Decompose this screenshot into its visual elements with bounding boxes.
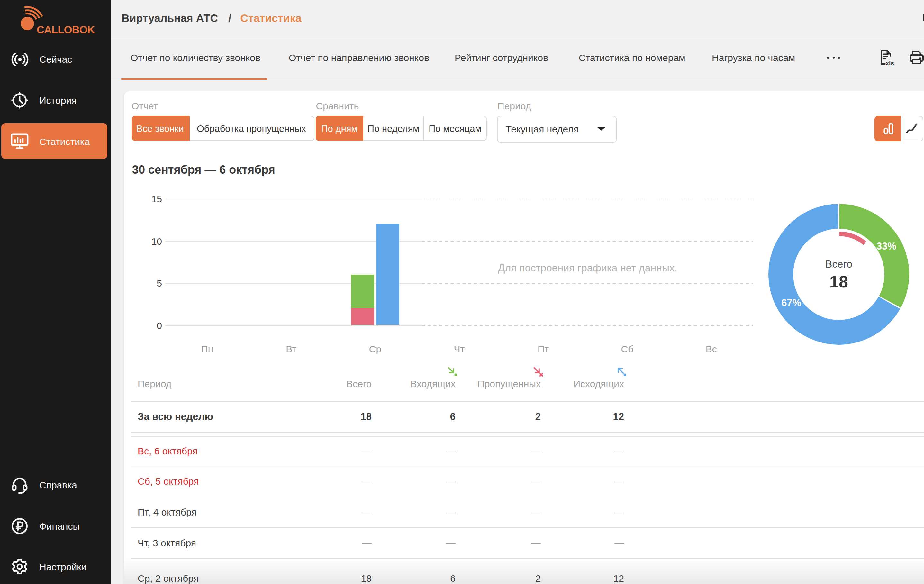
x-axis-label: Пн: [182, 343, 233, 354]
row-label: Чт, 3 октября: [138, 537, 196, 548]
gridline: [165, 283, 753, 284]
row-label: Сб, 5 октября: [138, 475, 199, 486]
cell-total: —: [307, 506, 372, 517]
breadcrumb-separator: /: [228, 12, 231, 25]
cell-outgoing: —: [560, 475, 624, 486]
bar-Пропущенных: [351, 308, 374, 325]
gear-icon: [10, 557, 30, 577]
tabs-bar: Отчет по количеству звонков Отчет по нап…: [111, 37, 924, 78]
tab-employees-rating[interactable]: Рейтинг сотрудников: [455, 37, 548, 78]
sidebar-item-help[interactable]: Справка: [1, 467, 107, 503]
donut-slice-percent: 67%: [781, 297, 801, 308]
table-row[interactable]: Вс, 6 октября — — — —: [124, 436, 924, 465]
cell-total: —: [307, 537, 372, 548]
cell-incoming: —: [391, 506, 455, 517]
gridline: [165, 199, 753, 200]
donut-slice-percent: 33%: [876, 240, 896, 251]
sidebar: CALLOBOK Сейчас: [0, 0, 111, 584]
clock-icon: [10, 91, 30, 110]
cell-total: —: [307, 445, 372, 456]
report-card: Отчет Сравнить Период Все звонки Обработ…: [124, 91, 924, 584]
cell-incoming: 6: [391, 573, 455, 584]
cell-outgoing: —: [560, 506, 624, 517]
row-label: За всю неделю: [138, 411, 213, 423]
topbar: Виртуальная АТС / Статистика: [111, 0, 924, 37]
sidebar-item-settings[interactable]: Настройки: [1, 549, 107, 584]
table-border: [131, 432, 924, 433]
virtual-pbx-statistics-page: CALLOBOK Сейчас: [0, 0, 924, 584]
breadcrumb-current: Статистика: [241, 12, 302, 25]
table-row[interactable]: Пт, 4 октября — — — —: [124, 496, 924, 527]
cell-incoming: 6: [391, 411, 455, 423]
sidebar-item-now[interactable]: Сейчас: [1, 41, 107, 77]
y-axis-label: 10: [135, 235, 162, 246]
column-header-outgoing[interactable]: Исходящих: [560, 378, 624, 389]
cell-missed: —: [477, 537, 541, 548]
logo[interactable]: CALLOBOK: [10, 6, 106, 42]
ruble-icon: [10, 516, 30, 536]
donut-slice-Входящих: [839, 204, 909, 307]
donut-center-label: Всего: [825, 258, 852, 270]
tab-calls-direction-report[interactable]: Отчет по направлению звонков: [289, 37, 429, 78]
x-axis-label: Пт: [518, 343, 569, 354]
cell-outgoing: —: [560, 537, 624, 548]
bar-Исходящих: [376, 224, 399, 325]
donut-center: Всего 18: [825, 258, 852, 292]
headset-icon: [10, 475, 30, 495]
sidebar-item-finance[interactable]: Финансы: [1, 508, 107, 543]
table-row[interactable]: Чт, 3 октября — — — —: [124, 527, 924, 558]
column-header-total[interactable]: Всего: [307, 378, 372, 389]
tab-numbers-statistics[interactable]: Статистика по номерам: [579, 37, 685, 78]
broadcast-icon: [10, 49, 30, 69]
gridline: [165, 325, 753, 326]
x-axis-label: Вс: [685, 343, 737, 354]
row-label: Вс, 6 октября: [138, 445, 198, 456]
tabs-more-button[interactable]: [827, 37, 840, 78]
row-label: Ср, 2 октября: [138, 573, 199, 584]
breadcrumb-root[interactable]: Виртуальная АТС: [122, 12, 218, 25]
cell-outgoing: 12: [560, 573, 624, 584]
gridline: [165, 241, 753, 241]
x-axis-label: Вт: [266, 343, 317, 354]
sidebar-item-label: Финансы: [39, 520, 80, 531]
table-row[interactable]: Сб, 5 октября — — — —: [124, 465, 924, 496]
cell-missed: —: [477, 506, 541, 517]
column-header-period[interactable]: Период: [138, 378, 172, 389]
cell-missed: —: [477, 475, 541, 486]
bar-Входящих: [351, 275, 374, 308]
cell-incoming: —: [391, 445, 455, 456]
x-axis-label: Чт: [433, 343, 485, 354]
sidebar-item-label: Сейчас: [39, 54, 72, 64]
cell-incoming: —: [391, 537, 455, 548]
sidebar-item-label: История: [39, 95, 76, 106]
column-header-incoming[interactable]: Входящих: [391, 378, 455, 389]
cell-missed: 2: [477, 411, 541, 423]
x-axis-label: Сб: [602, 343, 653, 354]
cell-outgoing: 12: [560, 411, 624, 423]
sidebar-item-label: Настройки: [39, 561, 86, 572]
chart-monitor-icon: [10, 131, 30, 151]
table-summary-row[interactable]: За всю неделю 18 6 2 12: [124, 402, 924, 432]
sidebar-item-history[interactable]: История: [1, 82, 107, 118]
xls-export-icon[interactable]: xls: [878, 37, 894, 78]
y-axis-label: 5: [135, 277, 162, 289]
donut-center-value: 18: [825, 272, 852, 292]
y-axis-label: 0: [135, 320, 162, 331]
cell-total: 18: [307, 573, 372, 584]
y-axis-label: 15: [135, 193, 162, 204]
row-label: Пт, 4 октября: [138, 506, 197, 517]
print-icon[interactable]: [908, 37, 924, 78]
tab-load-by-hours[interactable]: Нагрузка по часам: [712, 37, 795, 78]
sidebar-item-label: Справка: [39, 480, 77, 490]
cell-incoming: —: [391, 475, 455, 486]
cell-total: 18: [307, 411, 372, 423]
sidebar-item-statistics[interactable]: Статистика: [1, 124, 107, 159]
table-row[interactable]: Ср, 2 октября 18 6 2 12: [124, 559, 924, 584]
cell-outgoing: —: [560, 445, 624, 456]
column-header-missed[interactable]: Пропущенных: [477, 378, 541, 389]
sidebar-item-label: Статистика: [39, 136, 90, 147]
x-axis-label: Ср: [350, 343, 401, 354]
outgoing-call-icon: [615, 365, 627, 376]
missed-call-icon: [531, 365, 543, 376]
tab-calls-count-report[interactable]: Отчет по количеству звонков: [130, 37, 261, 78]
